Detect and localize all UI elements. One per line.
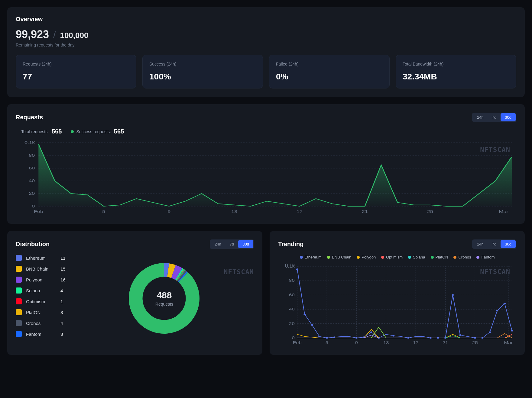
trend-legend-item[interactable]: Ethereum — [300, 255, 322, 259]
chain-value: 4 — [60, 321, 63, 326]
tab-7d[interactable]: 7d — [488, 113, 501, 121]
tab-30d[interactable]: 30d — [238, 240, 253, 248]
svg-text:0: 0 — [292, 336, 294, 340]
svg-point-73 — [459, 334, 461, 336]
requests-chart: NFTSCAN 0204060800.1k0.1kFeb5913172125Ma… — [16, 140, 516, 215]
trend-legend-label: Fantom — [481, 255, 495, 259]
tab-30d[interactable]: 30d — [501, 113, 516, 121]
chain-name: Polygon — [26, 277, 56, 282]
svg-text:40: 40 — [289, 307, 295, 311]
svg-text:25: 25 — [427, 210, 433, 213]
trend-legend-item[interactable]: PlatON — [431, 255, 448, 259]
svg-text:13: 13 — [231, 210, 237, 213]
trend-legend-label: Ethereum — [305, 255, 322, 259]
trend-legend-item[interactable]: Polygon — [357, 255, 376, 259]
distribution-row: Cronos 4 — [16, 320, 66, 326]
watermark: NFTSCAN — [480, 268, 510, 275]
trend-legend-item[interactable]: Cronos — [453, 255, 471, 259]
requests-time-tabs: 24h 7d 30d — [472, 113, 516, 122]
trend-legend-label: PlatON — [436, 255, 448, 259]
chain-name: Fantom — [26, 332, 56, 337]
svg-point-72 — [452, 294, 454, 296]
legend-total: Total requests: 565 — [16, 128, 62, 135]
requests-panel: Requests 24h 7d 30d Total requests: 565 … — [7, 104, 525, 224]
chain-value: 15 — [60, 266, 66, 271]
tab-24h[interactable]: 24h — [210, 240, 225, 248]
dot-icon — [381, 256, 384, 259]
stat-bandwidth-value: 32.34MB — [403, 72, 509, 82]
legend-success-value: 565 — [114, 128, 124, 135]
svg-text:17: 17 — [297, 210, 303, 213]
tab-7d[interactable]: 7d — [225, 240, 238, 248]
svg-point-64 — [392, 335, 394, 336]
distribution-list: Ethereum 11 BNB Chain 15 Polygon 16 Sola… — [16, 255, 66, 342]
chain-name: Ethereum — [26, 255, 56, 261]
legend-total-label: Total requests: — [21, 129, 49, 134]
svg-point-79 — [504, 303, 506, 304]
svg-point-78 — [496, 310, 498, 311]
svg-text:5: 5 — [102, 210, 105, 213]
stat-requests-value: 77 — [23, 72, 129, 82]
svg-text:9: 9 — [167, 210, 170, 213]
svg-text:21: 21 — [443, 341, 448, 345]
trend-legend-label: Cronos — [458, 255, 471, 259]
svg-text:0: 0 — [32, 204, 35, 208]
tab-7d[interactable]: 7d — [488, 240, 501, 248]
chain-name: Cronos — [26, 321, 56, 326]
distribution-row: BNB Chain 15 — [16, 266, 66, 272]
chain-name: BNB Chain — [26, 266, 56, 271]
trend-legend-item[interactable]: Fantom — [476, 255, 495, 259]
quota-value: 100,000 — [60, 31, 88, 40]
svg-text:20: 20 — [29, 191, 35, 195]
trending-panel: Trending 24h 7d 30d EthereumBNB ChainPol… — [270, 231, 525, 355]
stat-success: Success (24h) 100% — [142, 55, 263, 88]
chain-value: 16 — [60, 277, 66, 282]
svg-text:13: 13 — [383, 341, 389, 345]
overview-panel: Overview 99,923 / 100,000 Remaining requ… — [7, 7, 525, 97]
svg-text:Feb: Feb — [293, 341, 302, 345]
svg-point-77 — [489, 332, 491, 333]
stat-success-value: 100% — [149, 72, 256, 82]
svg-text:0.1k: 0.1k — [285, 263, 295, 267]
svg-text:9: 9 — [355, 341, 358, 345]
stat-failed-value: 0% — [276, 72, 383, 82]
svg-text:Mar: Mar — [504, 341, 513, 345]
distribution-row: Optimism 1 — [16, 298, 66, 304]
distribution-title: Distribution — [16, 241, 50, 248]
dot-icon — [431, 256, 434, 259]
chain-value: 4 — [60, 288, 63, 293]
chain-icon — [16, 266, 22, 272]
distribution-row: PlatON 3 — [16, 309, 66, 315]
distribution-row: Solana 4 — [16, 287, 66, 294]
tab-24h[interactable]: 24h — [473, 113, 488, 121]
chain-icon — [16, 320, 22, 326]
dot-icon — [327, 256, 330, 259]
trending-title: Trending — [278, 241, 303, 248]
trend-legend-item[interactable]: BNB Chain — [327, 255, 351, 259]
svg-text:40: 40 — [29, 179, 35, 183]
trending-legend: EthereumBNB ChainPolygonOptimismSolanaPl… — [278, 255, 516, 259]
watermark: NFTSCAN — [480, 146, 510, 153]
trend-legend-label: BNB Chain — [332, 255, 351, 259]
distribution-row: Fantom 3 — [16, 331, 66, 337]
dot-icon — [357, 256, 360, 259]
chain-name: Optimism — [26, 299, 56, 304]
dot-icon — [71, 130, 74, 133]
chain-name: Solana — [26, 288, 56, 293]
chain-icon — [16, 287, 22, 294]
trend-legend-item[interactable]: Optimism — [381, 255, 403, 259]
trending-chart: NFTSCAN 0204060800.1k0.1kFeb5913172125Ma… — [278, 262, 516, 346]
svg-point-65 — [400, 336, 402, 337]
distribution-panel: Distribution 24h 7d 30d Ethereum 11 BNB … — [7, 231, 262, 355]
stat-bandwidth-label: Total Bandwidth (24h) — [403, 62, 509, 66]
chain-value: 3 — [60, 332, 63, 337]
svg-text:80: 80 — [29, 153, 35, 157]
tab-30d[interactable]: 30d — [501, 240, 516, 248]
tab-24h[interactable]: 24h — [473, 240, 488, 248]
trend-legend-item[interactable]: Solana — [408, 255, 425, 259]
stat-failed: Failed (24h) 0% — [269, 55, 390, 88]
chain-icon — [16, 309, 22, 315]
legend-total-value: 565 — [52, 128, 62, 135]
trend-legend-label: Polygon — [362, 255, 376, 259]
remaining-subtitle: Remaining requests for the day — [16, 43, 516, 47]
